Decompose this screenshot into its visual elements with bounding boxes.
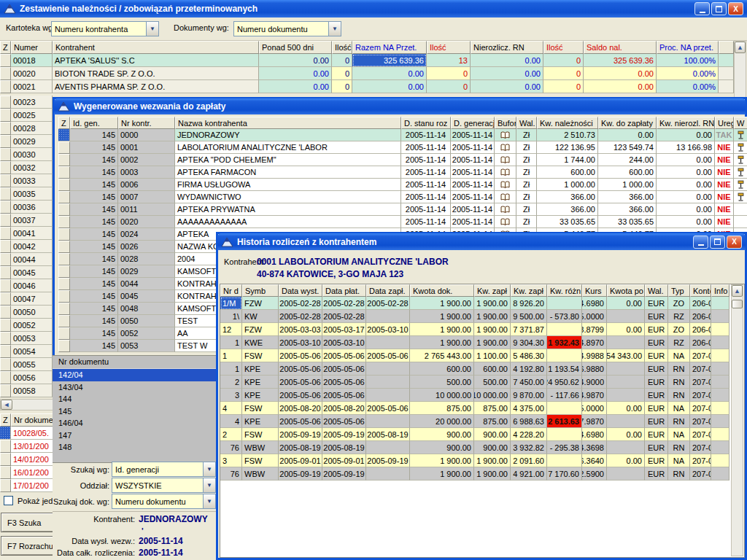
minimize-button[interactable] xyxy=(693,236,708,249)
column-header[interactable]: Ponad 500 dni xyxy=(259,41,332,54)
dokumenty-select[interactable]: Numeru dokumentu ▼ xyxy=(233,21,341,36)
sidebar-number-row[interactable]: 00041 xyxy=(0,227,53,240)
row-selector[interactable] xyxy=(0,253,11,266)
column-header[interactable]: W xyxy=(734,117,747,129)
sidebar-number-row[interactable]: 00032 xyxy=(0,161,53,174)
sidebar-number-row[interactable]: 00044 xyxy=(0,253,53,266)
row-selector[interactable] xyxy=(58,203,70,216)
column-header[interactable]: Kw. do zapłaty xyxy=(598,117,657,129)
row-selector[interactable] xyxy=(0,371,11,384)
column-header[interactable]: Z xyxy=(0,41,11,54)
sidebar-number-row[interactable]: 00023 xyxy=(0,96,53,109)
row-selector[interactable] xyxy=(0,319,11,332)
chevron-down-icon[interactable]: ▼ xyxy=(203,462,215,476)
restore-button[interactable] xyxy=(711,2,727,15)
sidebar-number-row[interactable]: 00036 xyxy=(0,201,53,214)
row-selector[interactable] xyxy=(58,340,70,352)
wezwania-row[interactable]: 1450007WYDAWNICTWO2005-11-142005-11-14Zł… xyxy=(58,191,747,203)
wezwania-row[interactable]: 1450003APTEKA FARMACON2005-11-142005-11-… xyxy=(58,166,747,179)
row-selector[interactable] xyxy=(0,453,11,466)
sidebar-number-row[interactable]: 00042 xyxy=(0,240,53,253)
historia-row[interactable]: 4FSW2005-08-202005-08-202005-05-06875.00… xyxy=(220,402,729,415)
kartoteka-select[interactable]: Numeru kontrahenta ▼ xyxy=(51,21,159,36)
row-selector[interactable] xyxy=(0,440,11,453)
sidebar-number-row[interactable]: 00056 xyxy=(0,371,53,384)
sidebar-number-row[interactable]: 00025 xyxy=(0,109,53,122)
historia-row[interactable]: 1\KW2005-02-282005-02-281 900.001 900.00… xyxy=(220,310,729,323)
column-header[interactable]: Wal. xyxy=(516,117,537,129)
column-header[interactable]: Razem NA Przet. xyxy=(352,41,427,54)
row-selector[interactable] xyxy=(58,191,70,203)
column-header[interactable]: Z xyxy=(58,117,70,129)
column-header[interactable]: Kwota dok. xyxy=(410,284,474,297)
historia-row[interactable]: 2FSW2005-09-192005-09-192005-08-19900.00… xyxy=(220,428,729,441)
row-selector[interactable] xyxy=(58,216,70,228)
chevron-down-icon[interactable]: ▼ xyxy=(146,22,158,36)
row-selector[interactable] xyxy=(58,290,70,303)
column-header[interactable]: Id. gen. xyxy=(70,117,118,129)
row-selector[interactable] xyxy=(0,174,11,187)
row-selector[interactable] xyxy=(58,241,70,253)
row-selector[interactable] xyxy=(0,266,11,279)
sidebar-number-row[interactable]: 00045 xyxy=(0,266,53,279)
column-header[interactable]: Kurs xyxy=(582,284,607,297)
row-selector[interactable] xyxy=(58,278,70,290)
historia-titlebar[interactable]: Historia rozliczeń z kontrahentem xyxy=(217,233,746,250)
column-header[interactable]: Konto xyxy=(690,284,711,297)
docnum-list-item[interactable]: 145 xyxy=(53,405,216,418)
wezwania-row[interactable]: 1450011APTEKA PRYWATNA2005-11-142005-11-… xyxy=(58,203,747,216)
row-selector[interactable] xyxy=(0,161,11,174)
row-selector[interactable] xyxy=(58,129,70,141)
row-selector[interactable] xyxy=(0,227,11,240)
main-table-row[interactable]: 00018APTEKA 'SALUS'' S.C0.000325 639.361… xyxy=(0,54,734,67)
row-selector[interactable] xyxy=(0,67,11,80)
row-selector[interactable] xyxy=(0,306,11,319)
sidebar-number-row[interactable]: 00058 xyxy=(0,384,53,397)
sidebar-number-row[interactable]: 00052 xyxy=(0,319,53,332)
scrollbar-thumb[interactable] xyxy=(732,300,743,308)
column-header[interactable]: Saldo nal. xyxy=(584,41,657,54)
scroll-up-icon[interactable]: ▲ xyxy=(735,42,746,53)
historia-row[interactable]: 1/MFZW2005-02-282005-02-282005-02-281 90… xyxy=(220,297,729,310)
restore-button[interactable] xyxy=(710,236,725,249)
row-selector[interactable] xyxy=(58,303,70,315)
historia-row[interactable]: 76WBW2005-09-192005-09-191 900.001 900.0… xyxy=(220,467,729,481)
column-header[interactable]: Kontrahent xyxy=(53,41,259,54)
column-header[interactable]: Z xyxy=(0,413,11,427)
historia-row[interactable]: 3KPE2005-05-062005-05-0610 000.0010 000.… xyxy=(220,389,729,402)
row-selector[interactable] xyxy=(0,187,11,201)
sidebar-number-row[interactable]: 00035 xyxy=(0,187,53,201)
sidebar-number-row[interactable]: 00054 xyxy=(0,345,53,358)
column-header[interactable]: D. generacji xyxy=(451,117,495,129)
chevron-down-icon[interactable]: ▼ xyxy=(203,478,215,492)
column-header[interactable]: Nierozlicz. RN xyxy=(471,41,543,54)
column-header[interactable]: Kw. należności xyxy=(537,117,598,129)
sidebar-number-row[interactable]: 00028 xyxy=(0,122,53,135)
sidebar-number-row[interactable]: 00030 xyxy=(0,148,53,161)
row-selector[interactable] xyxy=(0,466,11,479)
docnum-list-item[interactable]: 146/04 xyxy=(53,417,216,429)
row-selector[interactable] xyxy=(0,214,11,227)
historia-vscrollbar[interactable]: ▲ xyxy=(731,284,743,556)
close-button[interactable] xyxy=(728,2,743,15)
row-selector[interactable] xyxy=(0,358,11,371)
row-selector[interactable] xyxy=(0,109,11,122)
oddzial-select[interactable]: WSZYSTKIE▼ xyxy=(112,478,216,493)
historia-row[interactable]: 3FSW2005-09-012005-09-012005-09-191 900.… xyxy=(220,454,729,467)
docnum-list-item[interactable]: 142/04 xyxy=(53,369,216,381)
column-header[interactable]: Symb xyxy=(242,284,279,297)
main-vscrollbar[interactable]: ▲ xyxy=(734,41,746,99)
row-selector[interactable] xyxy=(58,253,70,265)
main-table-row[interactable]: 00021AVENTIS PHARMA SP. Z O.O.0.0000.000… xyxy=(0,80,734,93)
column-header[interactable]: Data zapł. xyxy=(366,284,410,297)
column-header[interactable]: Ilość xyxy=(332,41,352,54)
row-selector[interactable] xyxy=(0,292,11,306)
row-selector[interactable] xyxy=(0,135,11,148)
row-selector[interactable] xyxy=(0,80,11,93)
row-selector[interactable] xyxy=(0,54,11,67)
row-selector[interactable] xyxy=(0,479,11,492)
docnum-list-item[interactable]: 147 xyxy=(53,429,216,442)
column-header[interactable]: Kw. zapł xyxy=(511,284,547,297)
column-header[interactable]: Data płat. xyxy=(322,284,366,297)
row-selector[interactable] xyxy=(0,201,11,214)
